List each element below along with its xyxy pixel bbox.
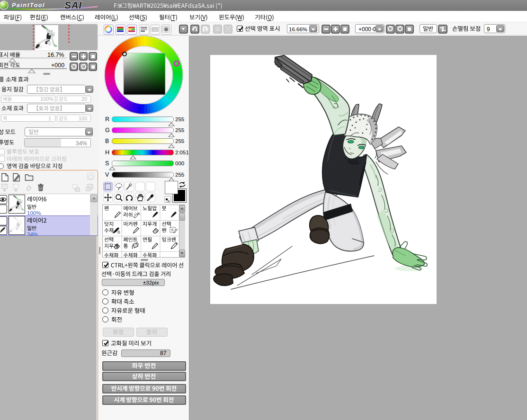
svg-text:PaintTool: PaintTool <box>12 2 45 9</box>
svg-text:S: S <box>171 228 173 232</box>
svg-text:SAI: SAI <box>64 0 82 10</box>
